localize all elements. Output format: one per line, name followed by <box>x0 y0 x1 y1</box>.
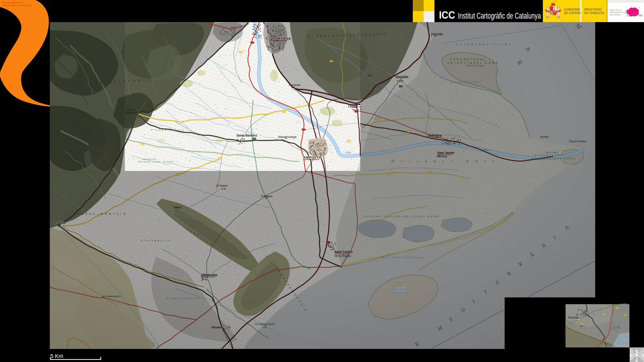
svg-text:O: O <box>630 354 632 357</box>
svg-text:DE FOMENTO: DE FOMENTO <box>584 11 604 15</box>
svg-text:cnig: cnig <box>637 13 642 17</box>
svg-text:INSTITUTO: INSTITUTO <box>610 9 621 11</box>
svg-text:S: S <box>635 359 638 362</box>
svg-text:DE ESPAÑA: DE ESPAÑA <box>564 11 581 15</box>
svg-text:GEOGRÁFICO: GEOGRÁFICO <box>610 11 624 14</box>
svg-text:Institut Cartogràfic de Catalu: Institut Cartogràfic de Catalunya <box>458 11 541 20</box>
svg-text:ICC: ICC <box>439 9 455 21</box>
svg-text:MINISTERIO: MINISTERIO <box>584 8 602 11</box>
svg-text:límits del mapa en la zona de: límits del mapa en la zona de tall <box>2 4 31 7</box>
svg-text:GOBIERNO: GOBIERNO <box>564 8 580 11</box>
svg-text:NACIONAL: NACIONAL <box>610 14 621 16</box>
svg-text:E: E <box>642 354 644 357</box>
svg-text:N: N <box>635 349 637 353</box>
svg-text:5 Km: 5 Km <box>50 353 63 359</box>
svg-text:edició al marge del full: edició al marge del full <box>2 2 22 4</box>
